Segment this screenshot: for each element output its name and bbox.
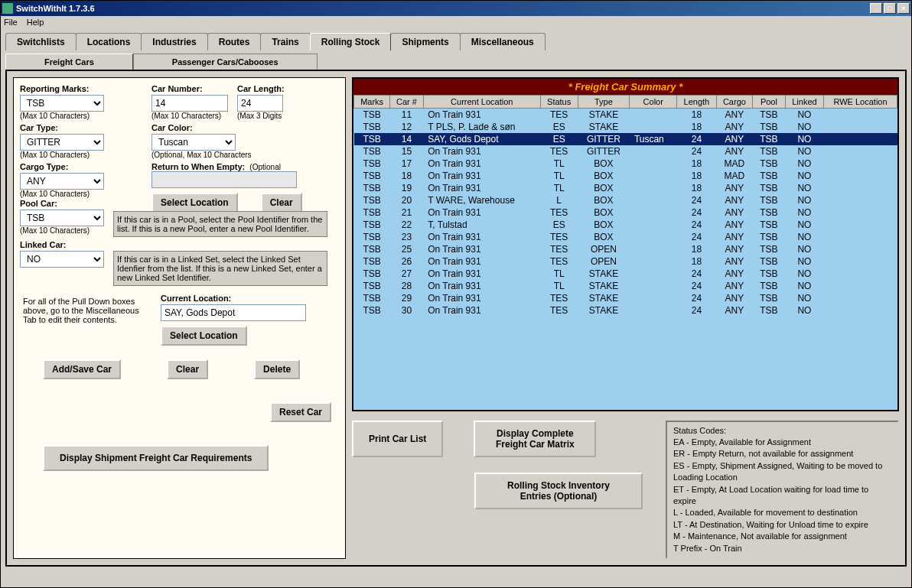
tab-switchlists[interactable]: Switchlists: [5, 33, 77, 50]
table-cell: OPEN: [578, 243, 630, 255]
column-header[interactable]: Linked: [785, 96, 823, 109]
table-cell: TES: [540, 243, 578, 255]
car-color-hint: (Optional, Max 10 Characters: [151, 151, 252, 159]
table-cell: TSB: [753, 182, 786, 194]
car-color-combo[interactable]: Tuscan: [151, 134, 236, 151]
table-cell: TSB: [753, 268, 786, 280]
table-cell: 30: [390, 304, 424, 317]
table-cell: [824, 219, 897, 231]
column-header[interactable]: RWE Location: [824, 96, 897, 109]
table-row[interactable]: TSB12T PLS, P. Lade & sønESSTAKE18ANYTSB…: [354, 121, 897, 133]
table-cell: 18: [390, 170, 424, 182]
table-row[interactable]: TSB19On Train 931TLBOX18ANYTSBNO: [354, 182, 897, 194]
table-cell: TSB: [753, 304, 786, 317]
table-row[interactable]: TSB11On Train 931TESSTAKE18ANYTSBNO: [354, 109, 897, 122]
select-location-button-1[interactable]: Select Location: [151, 193, 238, 213]
table-cell: 14: [390, 133, 424, 145]
table-cell: [824, 280, 897, 292]
table-cell: [824, 304, 897, 317]
column-header[interactable]: Type: [578, 96, 630, 109]
table-cell: TSB: [753, 109, 786, 122]
table-cell: [630, 194, 677, 206]
table-row[interactable]: TSB29On Train 931TESSTAKE24ANYTSBNO: [354, 292, 897, 304]
minimize-button[interactable]: _: [870, 3, 882, 14]
tab-miscellaneous[interactable]: Miscellaneous: [460, 33, 546, 50]
subtab-passenger-cars[interactable]: Passenger Cars/Cabooses: [133, 54, 318, 70]
cargo-type-combo[interactable]: ANY: [20, 173, 104, 190]
subtab-freight-cars[interactable]: Freight Cars: [5, 54, 133, 70]
column-header[interactable]: Length: [677, 96, 717, 109]
car-type-combo[interactable]: GITTER: [20, 134, 104, 151]
menu-help[interactable]: Help: [27, 18, 44, 27]
table-row[interactable]: TSB20T WARE, WarehouseLBOX24ANYTSBNO: [354, 194, 897, 206]
tab-routes[interactable]: Routes: [207, 33, 262, 50]
linked-car-combo[interactable]: NO: [20, 251, 104, 268]
table-cell: [630, 170, 677, 182]
column-header[interactable]: Color: [630, 96, 677, 109]
current-location-input[interactable]: [161, 304, 306, 321]
tab-trains[interactable]: Trains: [260, 33, 310, 50]
table-cell: ES: [540, 219, 578, 231]
table-row[interactable]: TSB26On Train 931TESOPEN18ANYTSBNO: [354, 255, 897, 268]
clear-form-button[interactable]: Clear: [167, 359, 208, 379]
column-header[interactable]: Cargo: [716, 96, 752, 109]
column-header[interactable]: Current Location: [423, 96, 540, 109]
table-cell: STAKE: [578, 121, 630, 133]
select-location-button-2[interactable]: Select Location: [161, 326, 247, 346]
column-header[interactable]: Marks: [354, 96, 390, 109]
table-row[interactable]: TSB28On Train 931TLSTAKE24ANYTSBNO: [354, 280, 897, 292]
status-line: EA - Empty, Available for Assignment: [673, 437, 891, 448]
return-empty-input[interactable]: [151, 171, 297, 188]
table-cell: [630, 243, 677, 255]
tab-industries[interactable]: Industries: [141, 33, 207, 50]
table-row[interactable]: TSB23On Train 931TESBOX24ANYTSBNO: [354, 231, 897, 243]
reporting-marks-combo[interactable]: TSB: [20, 95, 104, 112]
display-shipment-req-button[interactable]: Display Shipment Freight Car Requirement…: [43, 445, 269, 471]
delete-car-button[interactable]: Delete: [254, 359, 300, 379]
linked-hint-box: If this car is in a Linked Set, select t…: [113, 251, 327, 286]
pool-car-combo[interactable]: TSB: [20, 210, 104, 226]
print-car-list-button[interactable]: Print Car List: [352, 421, 443, 457]
status-line: ES - Empty, Shipment Assigned, Waiting t…: [673, 460, 891, 484]
table-cell: TES: [540, 292, 578, 304]
table-cell: NO: [785, 121, 823, 133]
menu-file[interactable]: File: [4, 18, 18, 27]
table-row[interactable]: TSB15On Train 931TESGITTER24ANYTSBNO: [354, 145, 897, 158]
close-button[interactable]: ×: [897, 3, 910, 14]
rolling-stock-inv-button[interactable]: Rolling Stock Inventory Entries (Optiona…: [474, 473, 643, 509]
display-matrix-button[interactable]: Display Complete Freight Car Matrix: [474, 421, 596, 457]
table-cell: TSB: [354, 194, 390, 206]
tab-rolling-stock[interactable]: Rolling Stock: [310, 33, 392, 50]
column-header[interactable]: Status: [540, 96, 578, 109]
table-row[interactable]: TSB27On Train 931TLSTAKE24ANYTSBNO: [354, 268, 897, 280]
table-cell: TES: [540, 109, 578, 122]
table-row[interactable]: TSB21On Train 931TESBOX24ANYTSBNO: [354, 206, 897, 219]
table-row[interactable]: TSB22T, TulstadESBOX24ANYTSBNO: [354, 219, 897, 231]
column-header[interactable]: Car #: [390, 96, 424, 109]
table-cell: ANY: [716, 304, 752, 317]
clear-return-button[interactable]: Clear: [261, 193, 302, 213]
add-save-car-button[interactable]: Add/Save Car: [43, 359, 121, 379]
table-cell: 24: [677, 206, 717, 219]
maximize-button[interactable]: □: [884, 3, 896, 14]
tab-locations[interactable]: Locations: [76, 33, 142, 50]
table-cell: TSB: [753, 206, 786, 219]
table-cell: [824, 182, 897, 194]
tab-shipments[interactable]: Shipments: [390, 33, 460, 50]
table-cell: TES: [540, 145, 578, 158]
reset-car-button[interactable]: Reset Car: [270, 402, 331, 422]
table-row[interactable]: TSB14SAY, Gods DepotESGITTERTuscan24ANYT…: [354, 133, 897, 145]
table-row[interactable]: TSB25On Train 931TESOPEN18ANYTSBNO: [354, 243, 897, 255]
table-row[interactable]: TSB17On Train 931TLBOX18MADTSBNO: [354, 158, 897, 170]
table-cell: NO: [785, 133, 823, 145]
car-length-input[interactable]: [237, 95, 283, 112]
car-number-input[interactable]: [151, 95, 228, 112]
table-cell: On Train 931: [423, 109, 540, 122]
status-line: M - Maintenance, Not available for assig…: [673, 531, 891, 542]
table-row[interactable]: TSB30On Train 931TESSTAKE24ANYTSBNO: [354, 304, 897, 317]
column-header[interactable]: Pool: [753, 96, 786, 109]
table-cell: 20: [390, 194, 424, 206]
table-cell: On Train 931: [423, 243, 540, 255]
table-row[interactable]: TSB18On Train 931TLBOX18MADTSBNO: [354, 170, 897, 182]
table-cell: 29: [390, 292, 424, 304]
